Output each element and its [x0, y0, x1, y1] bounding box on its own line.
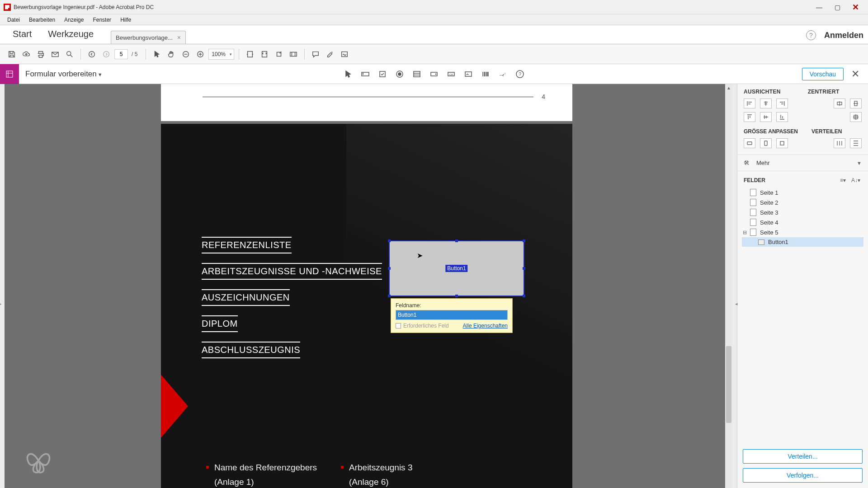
tree-toggle-icon[interactable]: ⊟ [743, 230, 748, 235]
section-distribute: VERTEILEN [811, 128, 842, 135]
tab-tools[interactable]: Werkzeuge [40, 25, 102, 44]
sort-order-icon[interactable]: ≡▾ [839, 177, 847, 184]
heading-referenzen: REFERENZENLISTE [202, 237, 292, 253]
tab-document[interactable]: Bewerbungsvorlage... × [111, 31, 186, 44]
tree-page-3[interactable]: Seite 3 [742, 207, 863, 217]
align-left-icon[interactable] [744, 99, 755, 108]
sign-icon[interactable] [338, 48, 351, 61]
center-both-icon[interactable] [850, 112, 862, 122]
textfield-tool-icon[interactable] [360, 69, 371, 80]
prev-view-icon[interactable] [85, 48, 98, 61]
page-input[interactable] [114, 49, 128, 59]
fit-width-icon[interactable] [244, 48, 256, 61]
fit-page-icon[interactable] [258, 48, 271, 61]
align-middle-icon[interactable] [760, 112, 772, 122]
signature-tool-icon[interactable] [463, 69, 474, 80]
align-right-icon[interactable] [776, 99, 788, 108]
comment-icon[interactable] [309, 48, 322, 61]
search-icon[interactable] [63, 48, 76, 61]
menu-help[interactable]: Hilfe [116, 17, 136, 23]
current-page[interactable]: REFERENZENLISTE ARBEITSZEUGNISSE UND -NA… [161, 124, 572, 488]
center-h-icon[interactable] [834, 99, 845, 108]
mail-icon[interactable] [49, 48, 61, 61]
tab-close-icon[interactable]: × [177, 34, 181, 41]
print-icon[interactable] [34, 48, 47, 61]
form-mode-icon[interactable] [0, 64, 19, 84]
sign-in-link[interactable]: Anmelden [824, 31, 863, 40]
center-v-icon[interactable] [850, 99, 862, 108]
match-both-icon[interactable] [776, 138, 788, 148]
save-icon[interactable] [5, 48, 18, 61]
page-total: / 5 [132, 51, 137, 57]
scroll-up-icon[interactable]: ▲ [725, 84, 732, 91]
zoom-out-icon[interactable] [179, 48, 192, 61]
sort-az-icon[interactable]: A↓▾ [850, 177, 862, 184]
select-tool-icon[interactable] [343, 69, 354, 80]
next-view-icon[interactable] [100, 48, 113, 61]
vertical-scrollbar[interactable]: ▲ [725, 84, 732, 488]
close-form-icon[interactable]: ✕ [850, 68, 861, 80]
listbox-tool-icon[interactable] [411, 69, 422, 80]
page-icon [750, 209, 756, 216]
tree-page-4[interactable]: Seite 4 [742, 217, 863, 227]
dropdown-tool-icon[interactable] [429, 69, 439, 80]
right-collapse-handle[interactable] [732, 84, 737, 488]
pointer-icon[interactable] [151, 48, 163, 61]
form-help-icon[interactable]: ? [514, 69, 525, 80]
align-top-icon[interactable] [744, 112, 755, 122]
maximize-button[interactable]: ▢ [828, 0, 846, 14]
menu-edit[interactable]: Bearbeiten [24, 17, 60, 23]
menu-window[interactable]: Fenster [88, 17, 116, 23]
left-expand-handle[interactable] [0, 84, 5, 488]
zoom-select[interactable]: 100% [208, 49, 234, 60]
hand-icon[interactable] [165, 48, 178, 61]
required-checkbox[interactable] [396, 323, 401, 328]
all-properties-link[interactable]: Alle Eigenschaften [463, 323, 508, 329]
radio-tool-icon[interactable] [394, 69, 405, 80]
tree-page-2[interactable]: Seite 2 [742, 197, 863, 207]
preview-button[interactable]: Vorschau [802, 68, 844, 80]
tree-button1[interactable]: Button1 [742, 237, 863, 247]
distribute-v-icon[interactable] [850, 138, 862, 148]
highlight-icon[interactable] [324, 48, 336, 61]
fieldname-input[interactable] [396, 310, 508, 320]
align-center-h-icon[interactable] [760, 99, 772, 108]
minimize-button[interactable]: — [810, 0, 828, 14]
pin-tool-icon[interactable] [497, 69, 508, 80]
match-width-icon[interactable] [744, 138, 755, 148]
page-icon [750, 189, 756, 196]
resize-handle[interactable] [455, 239, 458, 242]
distribute-h-icon[interactable] [834, 138, 845, 148]
read-mode-icon[interactable] [287, 48, 300, 61]
resize-handle[interactable] [523, 267, 525, 270]
fields-heading: FELDER [744, 177, 765, 183]
right-panel: AUSRICHTEN ZENTRIERT [737, 84, 868, 488]
match-height-icon[interactable] [760, 138, 772, 148]
scroll-thumb[interactable] [726, 346, 731, 423]
zoom-in-icon[interactable] [194, 48, 207, 61]
form-button-field[interactable]: Button1 ➤ [389, 240, 524, 296]
resize-handle[interactable] [523, 295, 525, 297]
cloud-icon[interactable] [20, 48, 33, 61]
more-menu[interactable]: 🛠 Mehr ▼ [737, 155, 868, 171]
resize-handle[interactable] [388, 239, 391, 242]
help-icon[interactable]: ? [806, 30, 816, 40]
resize-handle[interactable] [523, 239, 525, 242]
resize-handle[interactable] [455, 295, 458, 297]
tab-start[interactable]: Start [5, 25, 40, 44]
barcode-tool-icon[interactable] [480, 69, 491, 80]
resize-handle[interactable] [388, 295, 391, 297]
tree-page-5[interactable]: ⊟Seite 5 [742, 227, 863, 237]
form-title[interactable]: Formular vorbereiten▼ [25, 70, 103, 79]
resize-handle[interactable] [388, 267, 391, 270]
menu-view[interactable]: Anzeige [60, 17, 88, 23]
checkbox-tool-icon[interactable] [377, 69, 388, 80]
distribute-button[interactable]: Verteilen... [743, 449, 863, 464]
align-bottom-icon[interactable] [776, 112, 788, 122]
rotate-icon[interactable] [273, 48, 285, 61]
tree-page-1[interactable]: Seite 1 [742, 188, 863, 197]
menu-file[interactable]: Datei [3, 17, 24, 23]
track-button[interactable]: Verfolgen... [743, 468, 863, 483]
close-button[interactable]: ✕ [846, 0, 864, 14]
button-tool-icon[interactable]: OK [446, 69, 457, 80]
